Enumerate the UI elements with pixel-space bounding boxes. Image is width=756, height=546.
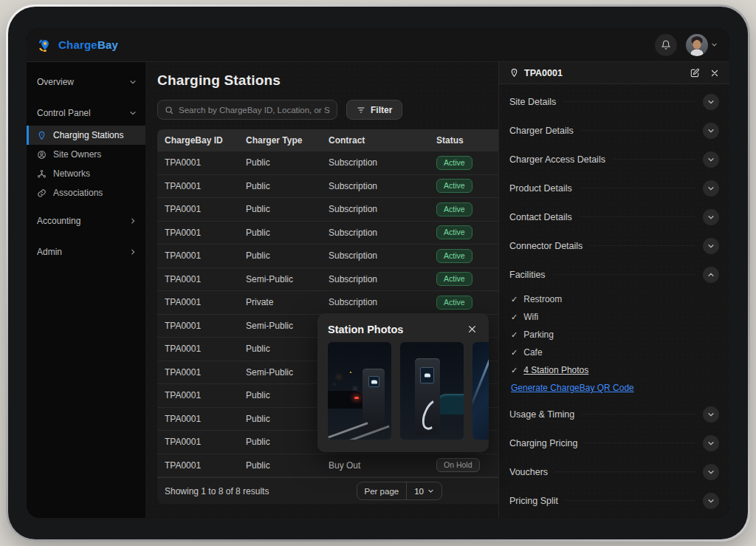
station-photo-3 <box>472 342 489 440</box>
panel-section-contact-details[interactable]: Contact Details <box>509 202 719 231</box>
cell-charger-type: Public <box>238 250 321 261</box>
table-footer: Showing 1 to 8 of 8 results Per page 10 <box>157 477 498 504</box>
status-badge: Active <box>436 202 472 216</box>
sidebar-item-charging-stations[interactable]: Charging Stations <box>27 126 145 145</box>
panel-section-product-details[interactable]: Product Details <box>509 174 719 202</box>
station-photos-link[interactable]: ✓ 4 Station Photos <box>511 361 719 379</box>
panel-section-connector-details[interactable]: Connector Details <box>509 231 719 260</box>
table-row[interactable]: TPA0001 Public Subscription Active <box>157 151 498 175</box>
section-toggle-button[interactable] <box>703 123 719 139</box>
chevron-up-button[interactable] <box>703 267 719 283</box>
sidebar-item-overview[interactable]: Overview <box>27 69 145 95</box>
search-box[interactable] <box>157 100 337 120</box>
table-row[interactable]: TPA0001 Public Buy Out On Hold <box>157 454 498 478</box>
panel-close-button[interactable] <box>710 69 719 78</box>
station-photo-1 <box>328 342 391 440</box>
filter-button[interactable]: Filter <box>346 100 402 120</box>
filter-icon <box>357 106 365 115</box>
details-panel-header: TPA0001 <box>499 62 729 84</box>
cell-contract: Subscription <box>321 181 429 191</box>
column-header-status: Status <box>429 135 498 146</box>
sidebar-item-label: Overview <box>37 77 129 87</box>
modal-title: Station Photos <box>328 324 403 335</box>
cell-chargebay-id: TPA0001 <box>157 297 238 307</box>
check-icon: ✓ <box>511 366 518 375</box>
generate-qr-link[interactable]: Generate ChargeBay QR Code <box>511 383 634 393</box>
facility-item: ✓ Restroom <box>511 290 719 308</box>
panel-section-facilities[interactable]: Facilities <box>509 260 719 289</box>
status-badge: Active <box>436 156 472 170</box>
check-icon: ✓ <box>511 330 518 340</box>
sidebar-item-networks[interactable]: Networks <box>27 164 145 183</box>
section-toggle-button[interactable] <box>703 180 719 197</box>
cell-charger-type: Public <box>238 228 321 238</box>
status-badge: Active <box>436 272 472 286</box>
brand-logo: ChargeBay <box>37 37 118 53</box>
panel-section-charger-access-details[interactable]: Charger Access Details <box>509 145 719 174</box>
sidebar-item-label: Accounting <box>37 216 129 226</box>
table-row[interactable]: TPA0001 Public Subscription Active <box>157 245 498 268</box>
tablet-frame: ChargeBay <box>6 4 750 542</box>
chevron-down-icon <box>427 488 434 494</box>
chevron-down-icon <box>129 78 137 86</box>
panel-section-charger-details[interactable]: Charger Details <box>509 116 719 145</box>
station-pin-icon <box>509 68 519 78</box>
section-toggle-button[interactable] <box>703 493 719 509</box>
cell-charger-type: Public <box>238 344 321 354</box>
app-window: ChargeBay <box>27 28 729 518</box>
status-badge: Active <box>436 296 472 310</box>
status-badge: Active <box>436 249 472 263</box>
sidebar-item-admin[interactable]: Admin <box>27 239 145 265</box>
search-input[interactable] <box>179 106 330 115</box>
cell-chargebay-id: TPA0001 <box>157 460 238 471</box>
sidebar-item-control-panel[interactable]: Control Panel <box>27 100 145 126</box>
edit-button[interactable] <box>690 68 700 78</box>
sidebar-item-accounting[interactable]: Accounting <box>27 208 145 233</box>
cell-chargebay-id: TPA0001 <box>157 274 238 284</box>
link-icon <box>37 188 47 198</box>
panel-section-pricing-split[interactable]: Pricing Split <box>509 486 719 515</box>
panel-section-usage-timing[interactable]: Usage & Timing <box>509 400 719 429</box>
panel-section-vouchers[interactable]: Vouchers <box>509 457 719 486</box>
table-row[interactable]: TPA0001 Public Subscription Active <box>157 198 498 222</box>
panel-section-site-details[interactable]: Site Details <box>509 87 719 116</box>
bell-icon <box>661 40 671 50</box>
sidebar-item-associations[interactable]: Associations <box>27 183 145 202</box>
notifications-button[interactable] <box>655 34 677 56</box>
section-toggle-button[interactable] <box>703 238 719 254</box>
section-toggle-button[interactable] <box>703 94 719 110</box>
cell-contract: Subscription <box>321 297 429 307</box>
cell-charger-type: Semi-Public <box>238 321 321 331</box>
cell-chargebay-id: TPA0001 <box>157 321 238 331</box>
cell-contract: Subscription <box>321 204 429 214</box>
table-row[interactable]: TPA0001 Semi-Public Subscription Active <box>157 268 498 292</box>
user-menu[interactable] <box>686 34 718 56</box>
section-toggle-button[interactable] <box>703 406 719 423</box>
panel-section-charging-pricing[interactable]: Charging Pricing <box>509 429 719 457</box>
sidebar: Overview Control Panel Charging Stations… <box>27 62 145 518</box>
table-row[interactable]: TPA0001 Private Subscription Active <box>157 291 498 315</box>
table-row[interactable]: TPA0001 Public Subscription Active <box>157 222 498 245</box>
cell-chargebay-id: TPA0001 <box>157 181 238 191</box>
section-toggle-button[interactable] <box>703 209 719 225</box>
cell-chargebay-id: TPA0001 <box>157 414 238 424</box>
section-toggle-button[interactable] <box>703 151 719 168</box>
sidebar-item-label: Associations <box>53 188 137 198</box>
search-icon <box>165 106 173 115</box>
table-row[interactable]: TPA0001 Public Subscription Active <box>157 175 498 199</box>
facilities-list: ✓ Restroom ✓ Wifi ✓ Parking ✓ Cafe ✓ 4 S… <box>509 289 719 400</box>
sidebar-item-label: Networks <box>53 168 137 179</box>
per-page-select[interactable]: Per page 10 <box>357 482 442 500</box>
cell-charger-type: Private <box>238 297 321 307</box>
section-toggle-button[interactable] <box>703 435 719 451</box>
chevron-right-icon <box>129 248 137 256</box>
cell-chargebay-id: TPA0001 <box>157 367 238 378</box>
photo-strip <box>317 342 489 440</box>
results-summary: Showing 1 to 8 of 8 results <box>165 486 269 496</box>
cell-contract: Subscription <box>321 228 429 238</box>
section-toggle-button[interactable] <box>703 464 719 480</box>
cell-charger-type: Public <box>238 204 321 214</box>
modal-close-button[interactable] <box>466 323 478 335</box>
sidebar-item-label: Control Panel <box>37 108 129 118</box>
sidebar-item-site-owners[interactable]: Site Owners <box>27 145 145 164</box>
